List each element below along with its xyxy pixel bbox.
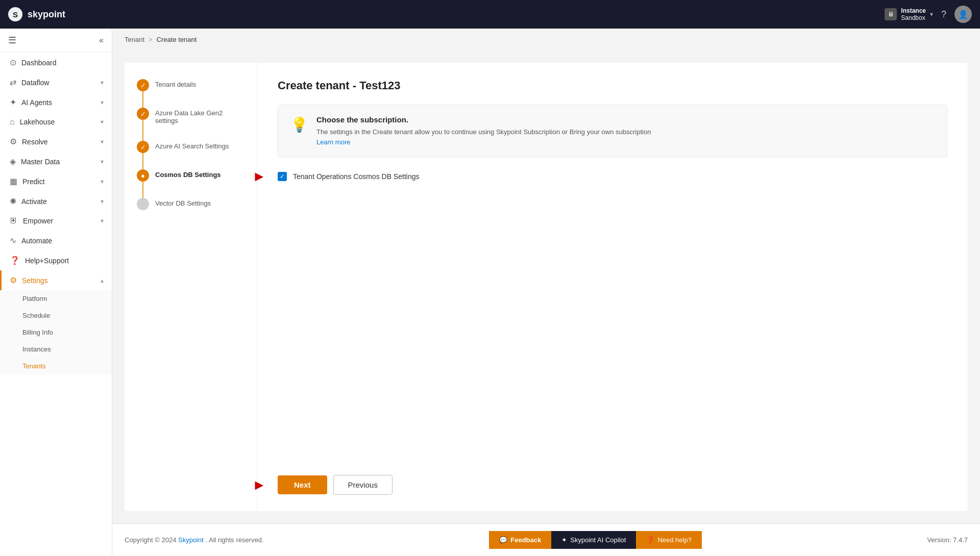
navbar: S skypoint 🖥 Instance Sandbox ▾ ? 👤 bbox=[0, 0, 980, 29]
empower-icon: ⛨ bbox=[10, 216, 18, 225]
sidebar-item-label: Automate bbox=[21, 237, 52, 245]
instance-line2: Sandbox bbox=[901, 14, 926, 21]
help-icon[interactable]: ? bbox=[941, 9, 946, 20]
copilot-button[interactable]: ✦ Skypoint AI Copilot bbox=[551, 531, 636, 549]
chevron-down-icon: ▾ bbox=[101, 118, 104, 125]
sidebar-item-label: Dataflow bbox=[21, 79, 49, 87]
wizard-title: Create tenant - Test123 bbox=[278, 79, 947, 92]
step-cosmos-db: ● Cosmos DB Settings bbox=[137, 169, 244, 182]
sidebar-item-dashboard[interactable]: ⊙ Dashboard bbox=[0, 53, 112, 72]
red-arrow-icon: ► bbox=[252, 168, 266, 185]
wizard-container: ✓ Tenant details ✓ Azure Data Lake Gen2 … bbox=[125, 63, 968, 511]
step-dot-adl: ✓ bbox=[137, 108, 149, 120]
sidebar-item-label: Lakehouse bbox=[20, 118, 55, 126]
activate-icon: ✺ bbox=[10, 196, 16, 206]
sidebar-item-label: Help+Support bbox=[25, 257, 69, 265]
step-vector-db: Vector DB Settings bbox=[137, 198, 244, 210]
navbar-left: S skypoint bbox=[8, 7, 65, 21]
chevron-down-icon: ▾ bbox=[101, 138, 104, 145]
dataflow-icon: ⇄ bbox=[10, 78, 16, 87]
step-label-cosmos: Cosmos DB Settings bbox=[155, 169, 221, 179]
sidebar-item-billing[interactable]: Billing Info bbox=[0, 324, 112, 341]
step-azure-ai-search: ✓ Azure AI Search Settings bbox=[137, 141, 244, 153]
step-tenant-details: ✓ Tenant details bbox=[137, 79, 244, 91]
step-label-adl: Azure Data Lake Gen2 settings bbox=[155, 108, 244, 124]
automate-icon: ∿ bbox=[10, 236, 16, 245]
sidebar-item-lakehouse[interactable]: ⌂ Lakehouse ▾ bbox=[0, 112, 112, 132]
learn-more-link[interactable]: Learn more bbox=[316, 138, 350, 146]
feedback-button[interactable]: 💬 Feedback bbox=[489, 531, 551, 549]
sidebar-item-ai-agents[interactable]: ✦ AI Agents ▾ bbox=[0, 92, 112, 112]
red-arrow-button-icon: ► bbox=[252, 477, 266, 493]
lakehouse-icon: ⌂ bbox=[10, 117, 15, 127]
cosmos-db-checkbox[interactable]: ✓ bbox=[278, 172, 287, 181]
avatar[interactable]: 👤 bbox=[954, 6, 972, 23]
sidebar-item-label: Predict bbox=[22, 178, 45, 186]
sidebar-item-settings[interactable]: ⚙ Settings ▴ bbox=[0, 270, 112, 290]
need-help-button[interactable]: ❓ Need help? bbox=[636, 531, 702, 549]
next-button[interactable]: Next bbox=[278, 475, 327, 494]
breadcrumb-current: Create tenant bbox=[157, 36, 197, 43]
sidebar-item-dataflow[interactable]: ⇄ Dataflow ▾ bbox=[0, 72, 112, 92]
sidebar-controls: ☰ « bbox=[0, 29, 112, 53]
sidebar-item-resolve[interactable]: ⚙ Resolve ▾ bbox=[0, 132, 112, 151]
checkbox-row: ► ✓ Tenant Operations Cosmos DB Settings bbox=[278, 172, 947, 181]
instance-chevron-icon[interactable]: ▾ bbox=[930, 11, 933, 18]
master-data-icon: ◈ bbox=[10, 157, 16, 166]
footer-brand-link[interactable]: Skypoint bbox=[178, 536, 204, 544]
sidebar-item-help[interactable]: ❓ Help+Support bbox=[0, 250, 112, 270]
chat-icon: 💬 bbox=[499, 536, 507, 544]
footer: Copyright © 2024 Skypoint . All rights r… bbox=[112, 523, 980, 556]
step-label-azure-ai: Azure AI Search Settings bbox=[155, 141, 229, 150]
sidebar-item-tenants[interactable]: Tenants bbox=[0, 358, 112, 374]
footer-actions: 💬 Feedback ✦ Skypoint AI Copilot ❓ Need … bbox=[489, 531, 702, 549]
sidebar-item-schedule[interactable]: Schedule bbox=[0, 307, 112, 324]
copilot-icon: ✦ bbox=[561, 536, 567, 544]
step-label-tenant-details: Tenant details bbox=[155, 79, 196, 88]
sidebar-item-automate[interactable]: ∿ Automate bbox=[0, 231, 112, 250]
checkbox-label: Tenant Operations Cosmos DB Settings bbox=[293, 172, 419, 181]
sidebar: ☰ « ⊙ Dashboard ⇄ Dataflow ▾ ✦ AI Ag bbox=[0, 29, 112, 556]
hamburger-icon[interactable]: ☰ bbox=[8, 35, 16, 46]
instance-icon: 🖥 bbox=[885, 8, 897, 20]
logo-letter: S bbox=[13, 10, 18, 19]
sidebar-item-master-data[interactable]: ◈ Master Data ▾ bbox=[0, 151, 112, 171]
predict-icon: ▦ bbox=[10, 176, 17, 186]
layout: ☰ « ⊙ Dashboard ⇄ Dataflow ▾ ✦ AI Ag bbox=[0, 29, 980, 556]
sidebar-item-empower[interactable]: ⛨ Empower ▾ bbox=[0, 211, 112, 231]
sidebar-item-label: Master Data bbox=[21, 158, 60, 166]
wizard-steps: ✓ Tenant details ✓ Azure Data Lake Gen2 … bbox=[125, 63, 257, 511]
sidebar-item-label: Activate bbox=[21, 197, 47, 206]
navbar-brand: skypoint bbox=[28, 9, 65, 20]
sidebar-item-instances[interactable]: Instances bbox=[0, 341, 112, 358]
step-dot-tenant-details: ✓ bbox=[137, 79, 149, 91]
info-box-title: Choose the subscription. bbox=[316, 115, 651, 124]
step-label-vector: Vector DB Settings bbox=[155, 198, 211, 207]
sidebar-item-label: AI Agents bbox=[21, 98, 52, 107]
sidebar-item-predict[interactable]: ▦ Predict ▾ bbox=[0, 171, 112, 191]
settings-submenu: Platform Schedule Billing Info Instances… bbox=[0, 290, 112, 374]
help-icon: ❓ bbox=[646, 536, 654, 544]
step-dot-azure-ai: ✓ bbox=[137, 141, 149, 153]
sidebar-item-label: Resolve bbox=[22, 138, 48, 146]
avatar-icon: 👤 bbox=[958, 10, 968, 19]
lightbulb-icon: 💡 bbox=[290, 116, 308, 133]
chevron-down-icon: ▾ bbox=[101, 79, 104, 86]
chevron-down-icon: ▾ bbox=[101, 178, 104, 185]
sidebar-nav: ⊙ Dashboard ⇄ Dataflow ▾ ✦ AI Agents ▾ bbox=[0, 53, 112, 556]
collapse-icon[interactable]: « bbox=[99, 36, 104, 45]
instance-line1: Instance bbox=[901, 7, 926, 14]
help-support-icon: ❓ bbox=[10, 256, 20, 265]
breadcrumb-parent[interactable]: Tenant bbox=[125, 36, 144, 43]
breadcrumb-separator: > bbox=[149, 36, 153, 43]
chevron-down-icon: ▾ bbox=[101, 99, 104, 106]
sidebar-item-label: Dashboard bbox=[21, 59, 57, 67]
wizard-buttons: ► Next Previous bbox=[278, 459, 947, 495]
sidebar-item-platform[interactable]: Platform bbox=[0, 290, 112, 307]
navbar-logo: S bbox=[8, 7, 22, 21]
settings-icon: ⚙ bbox=[10, 275, 17, 285]
previous-button[interactable]: Previous bbox=[333, 475, 393, 495]
instance-selector[interactable]: 🖥 Instance Sandbox ▾ bbox=[885, 7, 933, 21]
sidebar-item-label: Settings bbox=[22, 276, 48, 285]
sidebar-item-activate[interactable]: ✺ Activate ▾ bbox=[0, 191, 112, 211]
